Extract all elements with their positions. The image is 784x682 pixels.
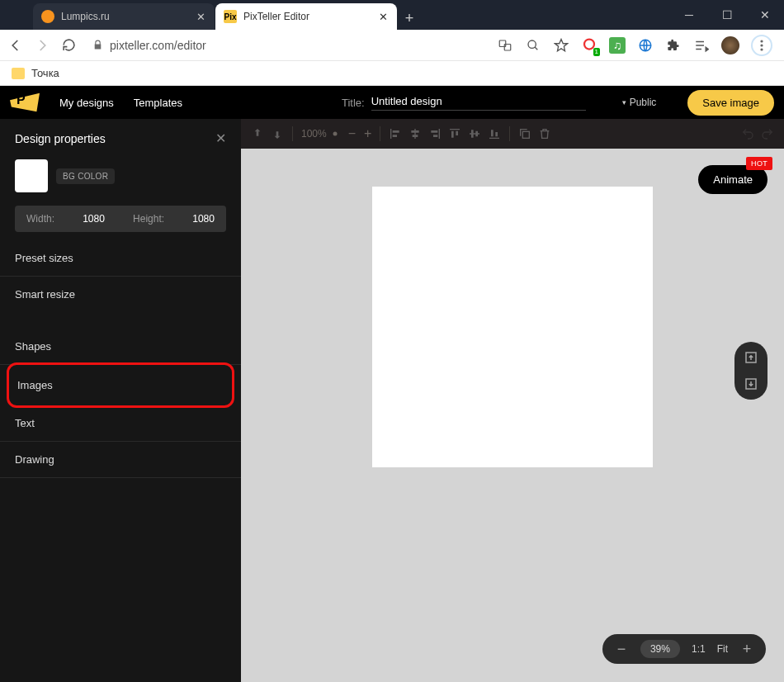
- tab-title: Lumpics.ru: [61, 11, 110, 22]
- playlist-icon[interactable]: [693, 37, 710, 54]
- window-controls: ─ ☐ ✕: [670, 0, 784, 30]
- toolbar: 100% − +: [241, 119, 784, 149]
- design-title-input[interactable]: [371, 95, 586, 111]
- folder-icon: [12, 68, 25, 79]
- bg-color-label: BG COLOR: [56, 168, 115, 184]
- extension-music-icon[interactable]: ♫: [609, 37, 626, 54]
- animate-button[interactable]: Animate HOT: [698, 165, 767, 194]
- clipboard-tools: [518, 127, 551, 140]
- close-window-button[interactable]: ✕: [746, 0, 784, 30]
- send-backward-icon[interactable]: [271, 127, 284, 140]
- zoom-out-icon[interactable]: −: [348, 126, 356, 141]
- close-panel-button[interactable]: ✕: [215, 130, 226, 146]
- extension-icons: 1 ♫: [497, 35, 777, 56]
- bring-forward-icon[interactable]: [251, 127, 264, 140]
- width-value: 1080: [83, 213, 105, 225]
- forward-button[interactable]: [33, 36, 51, 54]
- sidebar: Design properties ✕ BG COLOR Width: 1080…: [0, 119, 241, 682]
- zoom-plus-button[interactable]: +: [739, 642, 754, 656]
- favicon-lumpics: [41, 10, 54, 23]
- close-icon[interactable]: ✕: [195, 11, 206, 22]
- back-button[interactable]: [7, 36, 25, 54]
- align-bottom-icon[interactable]: [488, 127, 501, 140]
- sidebar-item-text[interactable]: Text: [0, 405, 241, 442]
- width-label: Width:: [26, 213, 54, 225]
- profile-avatar[interactable]: [721, 36, 739, 54]
- new-tab-button[interactable]: +: [398, 7, 421, 30]
- title-area: Title:: [342, 95, 586, 111]
- url-field[interactable]: pixteller.com/editor: [86, 39, 489, 52]
- align-left-icon[interactable]: [389, 127, 402, 140]
- tab-pixteller[interactable]: Pix PixTeller Editor ✕: [215, 3, 397, 30]
- minimize-button[interactable]: ─: [670, 0, 708, 30]
- svg-point-3: [584, 39, 594, 49]
- tab-strip: Lumpics.ru ✕ Pix PixTeller Editor ✕ +: [0, 0, 784, 30]
- canvas-area: 100% − +: [241, 119, 784, 682]
- export-up-icon[interactable]: [744, 350, 758, 365]
- artboard[interactable]: [372, 187, 653, 467]
- align-right-icon[interactable]: [428, 127, 442, 140]
- bookmarks-bar: Точка: [0, 61, 784, 86]
- trash-icon[interactable]: [538, 127, 551, 140]
- tab-title: PixTeller Editor: [243, 11, 309, 22]
- svg-point-2: [528, 40, 536, 48]
- globe-icon[interactable]: [637, 37, 654, 54]
- save-image-button[interactable]: Save image: [687, 90, 774, 116]
- duplicate-icon[interactable]: [518, 127, 531, 140]
- undo-icon[interactable]: [741, 127, 754, 140]
- align-middle-icon[interactable]: [468, 127, 481, 140]
- sidebar-item-images[interactable]: Images: [7, 362, 234, 408]
- canvas-viewport[interactable]: [241, 149, 784, 682]
- nav-templates[interactable]: Templates: [134, 97, 182, 109]
- height-label: Height:: [133, 213, 164, 225]
- align-top-icon[interactable]: [448, 127, 461, 140]
- sidebar-item-shapes[interactable]: Shapes: [0, 329, 241, 365]
- panel-header: Design properties ✕: [0, 119, 241, 154]
- zoom-in-icon[interactable]: +: [364, 126, 371, 141]
- tab-lumpics[interactable]: Lumpics.ru ✕: [33, 3, 215, 30]
- align-tools: [389, 127, 501, 140]
- toolbar-zoom[interactable]: 100%: [301, 128, 340, 140]
- visibility-toggle[interactable]: Public: [622, 97, 657, 108]
- zoom-actual-button[interactable]: 1:1: [692, 643, 706, 655]
- pixteller-logo[interactable]: [10, 91, 40, 114]
- maximize-button[interactable]: ☐: [708, 0, 746, 30]
- svg-rect-9: [523, 131, 530, 138]
- zoom-percent[interactable]: 39%: [640, 640, 680, 658]
- export-down-icon[interactable]: [744, 377, 758, 391]
- align-center-icon[interactable]: [409, 127, 422, 140]
- preset-sizes-link[interactable]: Preset sizes: [0, 240, 241, 277]
- extensions-puzzle-icon[interactable]: [665, 37, 682, 54]
- size-row[interactable]: Width: 1080 Height: 1080: [15, 206, 226, 232]
- undo-redo: [741, 127, 774, 140]
- browser-menu-button[interactable]: [751, 35, 772, 56]
- hot-badge: HOT: [746, 157, 772, 170]
- extension-opera-icon[interactable]: 1: [581, 37, 597, 54]
- panel-title: Design properties: [15, 132, 106, 145]
- app-body: Design properties ✕ BG COLOR Width: 1080…: [0, 119, 784, 682]
- translate-icon[interactable]: [497, 37, 513, 54]
- zoom-fit-button[interactable]: Fit: [717, 643, 728, 655]
- pixteller-app: My designs Templates Title: Public Save …: [0, 86, 784, 682]
- height-value: 1080: [192, 213, 215, 225]
- sidebar-item-drawing[interactable]: Drawing: [0, 442, 241, 478]
- bookmark-item[interactable]: Точка: [31, 67, 59, 79]
- bg-color-row: BG COLOR: [0, 154, 241, 202]
- lock-icon: [92, 40, 103, 50]
- sidebar-item-images-wrap: Images: [0, 365, 241, 405]
- nav-my-designs[interactable]: My designs: [59, 97, 114, 109]
- reload-button[interactable]: [59, 36, 78, 54]
- svg-point-7: [760, 48, 763, 50]
- star-icon[interactable]: [553, 37, 569, 54]
- url-text: pixteller.com/editor: [110, 39, 206, 52]
- zoom-minus-button[interactable]: −: [614, 642, 629, 656]
- favicon-pixteller: Pix: [224, 10, 237, 23]
- arrange-tools: [251, 127, 284, 140]
- address-bar: pixteller.com/editor 1 ♫: [0, 30, 784, 61]
- zoom-icon[interactable]: [525, 37, 541, 54]
- close-icon[interactable]: ✕: [377, 11, 389, 22]
- smart-resize-link[interactable]: Smart resize: [0, 277, 241, 312]
- svg-point-5: [760, 40, 763, 42]
- bg-color-swatch[interactable]: [15, 159, 48, 192]
- redo-icon[interactable]: [761, 127, 774, 140]
